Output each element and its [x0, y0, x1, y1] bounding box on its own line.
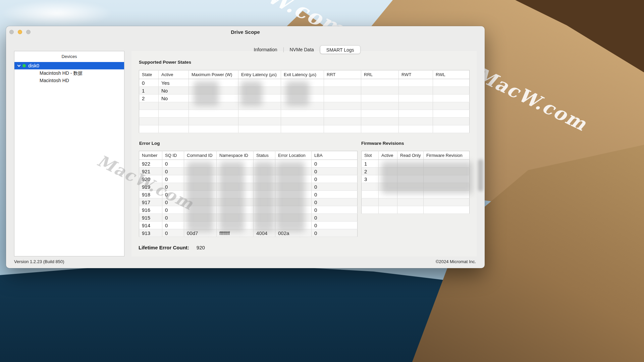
- table-row[interactable]: [362, 198, 470, 206]
- table-row[interactable]: 92000: [139, 175, 358, 183]
- tab-information[interactable]: Information: [248, 45, 283, 54]
- power-states-table[interactable]: State Active Maximum Power (W) Entry Lat…: [139, 70, 470, 133]
- tab-nvme-data[interactable]: NVMe Data: [283, 45, 320, 54]
- table-row[interactable]: 91700: [139, 198, 358, 206]
- table-cell: [184, 222, 217, 229]
- table-row[interactable]: [362, 191, 470, 198]
- table-cell: [189, 95, 238, 102]
- table-cell: [397, 206, 424, 214]
- table-cell: [399, 125, 433, 133]
- titlebar[interactable]: Drive Scope: [6, 26, 485, 38]
- table-cell: [254, 175, 275, 183]
- devices-panel: Devices disk0 Macintosh HD - 数据 Macintos…: [14, 51, 124, 256]
- table-cell: [324, 110, 361, 118]
- table-cell: [281, 110, 324, 118]
- chevron-down-icon[interactable]: [17, 64, 21, 67]
- table-cell: [189, 79, 238, 87]
- table-cell: 00d7: [184, 229, 217, 237]
- table-row[interactable]: 913000d7ffffffff4004002a0: [139, 229, 358, 237]
- table-cell: 0: [162, 198, 184, 206]
- table-cell: [324, 87, 361, 95]
- table-row[interactable]: 2No: [139, 95, 470, 102]
- table-row[interactable]: [362, 206, 470, 214]
- table-cell: [217, 160, 254, 168]
- table-cell: [275, 206, 312, 214]
- table-row[interactable]: [139, 125, 470, 133]
- table-row[interactable]: [139, 118, 470, 125]
- table-cell: 0: [162, 183, 184, 191]
- device-item-macintosh-hd-data[interactable]: Macintosh HD - 数据: [14, 69, 124, 77]
- table-cell: Yes: [159, 79, 189, 87]
- table-cell: [324, 125, 361, 133]
- table-cell: [324, 95, 361, 102]
- table-cell: [397, 168, 424, 175]
- table-row[interactable]: 92200: [139, 160, 358, 168]
- table-cell: [254, 214, 275, 222]
- table-cell: [238, 79, 281, 87]
- table-cell: [324, 118, 361, 125]
- snow-patch: [0, 0, 114, 27]
- table-cell: [254, 191, 275, 198]
- device-item-macintosh-hd[interactable]: Macintosh HD: [14, 77, 124, 84]
- tab-smart-logs[interactable]: SMART Logs: [320, 45, 361, 54]
- table-cell: [379, 168, 397, 175]
- device-item-disk0[interactable]: disk0: [14, 62, 124, 69]
- table-cell: [275, 160, 312, 168]
- error-log-table[interactable]: Number SQ ID Command ID Namespace ID Sta…: [139, 151, 358, 237]
- table-cell: [159, 125, 189, 133]
- table-cell: [139, 110, 159, 118]
- table-cell: [184, 183, 217, 191]
- column-header: SQ ID: [162, 151, 184, 160]
- table-row[interactable]: 2: [362, 168, 470, 175]
- table-row[interactable]: 91400: [139, 222, 358, 229]
- table-cell: 921: [139, 168, 162, 175]
- table-row[interactable]: 1: [362, 160, 470, 168]
- table-row[interactable]: 91800: [139, 191, 358, 198]
- table-cell: [397, 160, 424, 168]
- table-row[interactable]: 0Yes: [139, 79, 470, 87]
- column-header: Entry Latency (µs): [238, 70, 281, 79]
- table-cell: [189, 110, 238, 118]
- table-cell: 2: [139, 95, 159, 102]
- table-cell: [399, 87, 433, 95]
- table-cell: [399, 118, 433, 125]
- table-row[interactable]: [139, 110, 470, 118]
- column-header: Firmware Revision: [424, 151, 470, 160]
- column-header: Status: [254, 151, 275, 160]
- column-header: LBA: [312, 151, 358, 160]
- table-cell: [217, 198, 254, 206]
- table-cell: [275, 198, 312, 206]
- table-cell: 922: [139, 160, 162, 168]
- table-row[interactable]: 3: [362, 175, 470, 183]
- column-header: Command ID: [184, 151, 217, 160]
- copyright-text: ©2024 Micromat Inc.: [436, 259, 476, 264]
- table-cell: [184, 214, 217, 222]
- table-row[interactable]: 91900: [139, 183, 358, 191]
- table-row[interactable]: [139, 102, 470, 110]
- table-row[interactable]: 91600: [139, 206, 358, 214]
- device-label: Macintosh HD: [40, 77, 69, 84]
- table-cell: [217, 222, 254, 229]
- table-row[interactable]: [362, 183, 470, 191]
- table-cell: [275, 183, 312, 191]
- table-cell: [217, 183, 254, 191]
- table-row[interactable]: 1No: [139, 87, 470, 95]
- table-cell: [361, 118, 399, 125]
- table-cell: [139, 102, 159, 110]
- lifetime-error-count-value: 920: [197, 245, 205, 250]
- column-header: Exit Latency (µs): [281, 70, 324, 79]
- table-cell: [159, 110, 189, 118]
- table-cell: [281, 102, 324, 110]
- table-row[interactable]: 91500: [139, 214, 358, 222]
- table-cell: [238, 118, 281, 125]
- table-row[interactable]: 92100: [139, 168, 358, 175]
- table-cell: 0: [162, 206, 184, 214]
- table-cell: 917: [139, 198, 162, 206]
- table-cell: [424, 206, 470, 214]
- table-cell: [254, 160, 275, 168]
- firmware-revisions-table[interactable]: Slot Active Read Only Firmware Revision …: [361, 151, 470, 214]
- version-text: Version 1.2.23 (Build 850): [14, 259, 64, 264]
- table-cell: [189, 102, 238, 110]
- table-cell: 0: [162, 160, 184, 168]
- table-cell: 1: [139, 87, 159, 95]
